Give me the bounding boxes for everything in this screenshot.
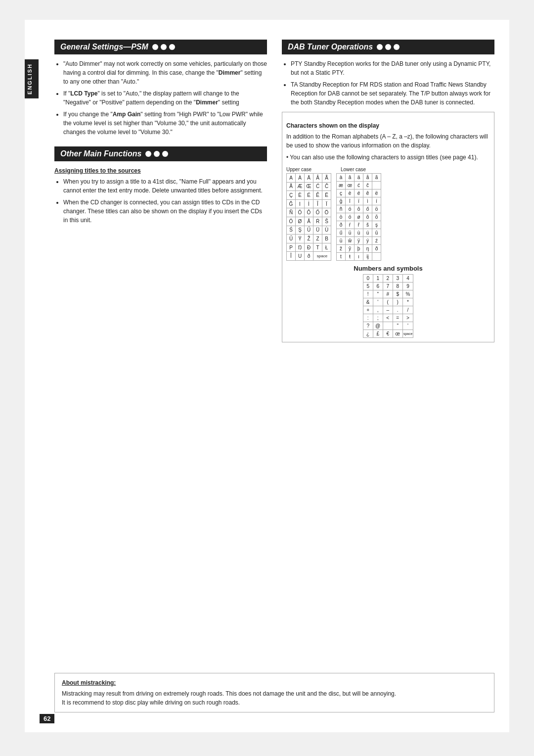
dab-tuner-title: DAB Tuner Operations bbox=[288, 43, 373, 51]
upper-case-label: Upper case bbox=[286, 167, 336, 172]
lower-case-label: Lower case bbox=[341, 167, 366, 172]
assigning-titles-body: When you try to assign a title to a 41st… bbox=[54, 177, 267, 225]
main-content: General Settings—PSM "Auto Dimmer" may n… bbox=[54, 40, 494, 663]
assigning-titles-subtitle: Assigning titles to the sources bbox=[54, 167, 267, 174]
dot-6 bbox=[162, 151, 168, 157]
right-column: DAB Tuner Operations PTY Standby Recepti… bbox=[282, 40, 494, 663]
dab-tuner-header: DAB Tuner Operations bbox=[282, 40, 494, 54]
general-settings-item-2: If "LCD Type" is set to "Auto," the disp… bbox=[63, 89, 267, 107]
general-settings-item-1: "Auto Dimmer" may not work correctly on … bbox=[63, 59, 267, 86]
assigning-titles-item-1: When you try to assign a title to a 41st… bbox=[63, 177, 267, 195]
num-sym-table: 01234 56789 !"#$% &'()* +,–./ :;<=> ?@"'… bbox=[363, 274, 414, 338]
chars-shown-body: In addition to the Roman alphabets (A – … bbox=[286, 132, 490, 150]
general-settings-header: General Settings—PSM bbox=[54, 40, 267, 54]
dot-3 bbox=[169, 44, 175, 50]
dot-5 bbox=[154, 151, 160, 157]
other-main-functions-header: Other Main Functions bbox=[54, 146, 267, 161]
num-sym-title: Numbers and symbols bbox=[286, 265, 490, 272]
lower-case-table: àâäåã æœćč çèéêë ğîïìí ñóôőö òóøôõ ðŕřšş… bbox=[336, 173, 381, 261]
general-settings-title: General Settings—PSM bbox=[60, 43, 148, 51]
general-settings-body: "Auto Dimmer" may not work correctly on … bbox=[54, 59, 267, 137]
left-column: General Settings—PSM "Auto Dimmer" may n… bbox=[54, 40, 267, 663]
dab-tuner-body: PTY Standby Reception works for the DAB … bbox=[282, 59, 494, 107]
case-labels: Upper case Lower case bbox=[286, 167, 490, 172]
chars-shown-title: Characters shown on the display bbox=[286, 122, 490, 129]
other-main-functions-dots bbox=[145, 151, 168, 157]
mistracking-body: Mistracking may result from driving on e… bbox=[62, 689, 487, 707]
general-settings-dots bbox=[152, 44, 175, 50]
upper-case-table: AÀÄÂÃ ÅÆŒĆČ ÇÈÉÊË ĞIİÎÏ ÑÓÔŐÖ ÓØÅŔŠ ŚŞŰÜ… bbox=[286, 173, 331, 261]
assigning-titles-list: When you try to assign a title to a 41st… bbox=[54, 177, 267, 225]
dot-8 bbox=[385, 44, 391, 50]
dab-tuner-list: PTY Standby Reception works for the DAB … bbox=[282, 59, 494, 107]
chars-note: • You can also use the following charact… bbox=[286, 153, 490, 162]
dab-tuner-dots bbox=[377, 44, 400, 50]
general-settings-item-3: If you change the "Amp Gain" setting fro… bbox=[63, 110, 267, 137]
char-tables-row: AÀÄÂÃ ÅÆŒĆČ ÇÈÉÊË ĞIİÎÏ ÑÓÔŐÖ ÓØÅŔŠ ŚŞŰÜ… bbox=[286, 173, 490, 261]
dot-4 bbox=[145, 151, 151, 157]
page-number: 62 bbox=[40, 714, 54, 723]
dab-tuner-item-2: TA Standby Reception for FM RDS station … bbox=[291, 80, 494, 107]
mistracking-title: About mistracking: bbox=[62, 678, 487, 687]
general-settings-list: "Auto Dimmer" may not work correctly on … bbox=[54, 59, 267, 137]
other-main-functions-title: Other Main Functions bbox=[60, 149, 141, 158]
assigning-titles-item-2: When the CD changer is connected, you ca… bbox=[63, 198, 267, 225]
page: ENGLISH General Settings—PSM bbox=[25, 20, 509, 732]
dot-9 bbox=[394, 44, 400, 50]
mistracking-box: About mistracking: Mistracking may resul… bbox=[54, 673, 494, 712]
dot-1 bbox=[152, 44, 158, 50]
dot-2 bbox=[161, 44, 167, 50]
content-area: General Settings—PSM "Auto Dimmer" may n… bbox=[54, 40, 494, 712]
dab-tuner-item-1: PTY Standby Reception works for the DAB … bbox=[291, 59, 494, 77]
language-sidebar: ENGLISH bbox=[25, 59, 39, 98]
dot-7 bbox=[377, 44, 383, 50]
char-tables-container: Upper case Lower case AÀÄÂÃ ÅÆŒĆČ ÇÈÉÊË … bbox=[286, 167, 490, 338]
